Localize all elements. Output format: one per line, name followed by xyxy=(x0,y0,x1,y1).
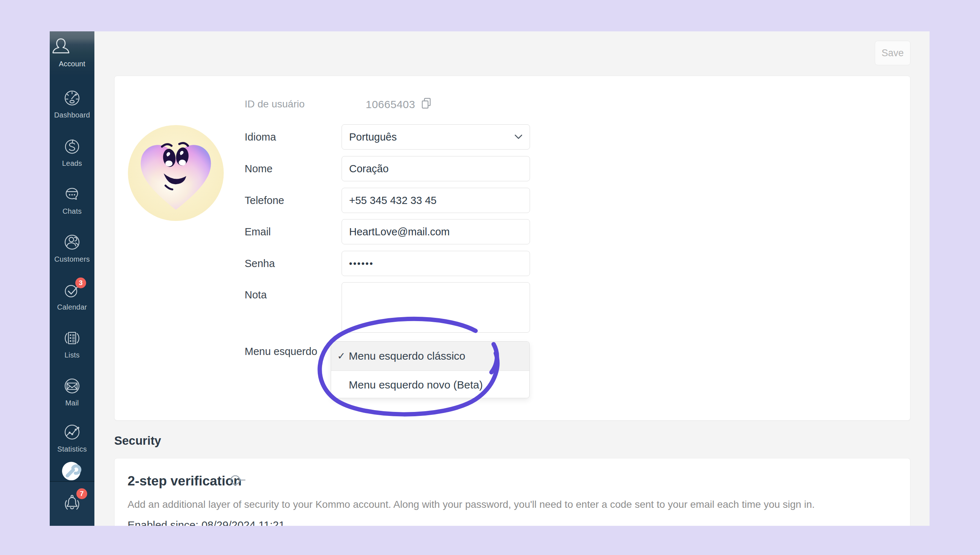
telefone-label: Telefone xyxy=(245,195,284,207)
idioma-select[interactable]: Português xyxy=(341,124,530,149)
chevron-down-icon xyxy=(514,135,522,140)
sidebar-item-account[interactable]: Account xyxy=(50,31,94,75)
calendar-icon: 3 xyxy=(62,281,82,300)
sidebar: Account Dashboard xyxy=(50,31,94,526)
two-step-toggle[interactable] xyxy=(230,474,249,486)
user-id-label: ID de usuário xyxy=(245,98,305,110)
sidebar-item-label: Statistics xyxy=(50,445,94,453)
dropdown-option-label: Menu esquerdo novo (Beta) xyxy=(349,379,483,391)
sidebar-item-label: Chats xyxy=(50,207,94,215)
sidebar-item-label: Lists xyxy=(50,351,94,359)
sidebar-item-customers[interactable]: Customers xyxy=(50,233,94,264)
dashboard-icon xyxy=(62,88,82,108)
menu-esquerdo-dropdown: ✓ Menu esquerdo clássico Menu esquerdo n… xyxy=(331,341,530,398)
calendar-badge: 3 xyxy=(75,278,86,288)
mail-icon xyxy=(62,376,82,396)
two-step-card: 2-step verification Add an additional la… xyxy=(114,458,911,526)
menu-esquerdo-label: Menu esquerdo xyxy=(245,346,317,358)
sidebar-item-label: Leads xyxy=(50,159,94,168)
sidebar-item-label: Calendar xyxy=(50,303,94,311)
sidebar-item-statistics[interactable]: Statistics xyxy=(50,422,94,454)
security-heading: Security xyxy=(114,434,161,448)
customers-icon xyxy=(62,233,82,252)
nota-label: Nota xyxy=(245,289,267,301)
account-icon xyxy=(50,36,72,58)
sidebar-item-calendar[interactable]: 3 Calendar xyxy=(50,281,94,312)
senha-label: Senha xyxy=(245,258,275,269)
sidebar-item-leads[interactable]: Leads xyxy=(50,136,94,168)
telefone-input[interactable] xyxy=(341,188,530,213)
two-step-description: Add an additional layer of security to y… xyxy=(128,499,884,510)
nome-input[interactable] xyxy=(341,156,530,181)
leads-icon xyxy=(62,136,82,156)
sidebar-item-chats[interactable]: Chats xyxy=(50,184,94,216)
sidebar-item-mail[interactable]: Mail xyxy=(50,376,94,408)
sidebar-bottom-section: 7 xyxy=(50,482,94,526)
notifications-badge: 7 xyxy=(76,488,87,499)
app-window: Account Dashboard xyxy=(50,31,930,526)
chats-icon xyxy=(62,184,82,204)
sidebar-item-notifications[interactable]: 7 xyxy=(62,492,82,513)
dropdown-option-novo-beta[interactable]: Menu esquerdo novo (Beta) xyxy=(331,371,529,398)
wrench-icon xyxy=(61,459,83,481)
sidebar-item-dashboard[interactable]: Dashboard xyxy=(50,88,94,120)
check-icon: ✓ xyxy=(337,350,349,362)
email-label: Email xyxy=(245,226,271,238)
idioma-value: Português xyxy=(349,131,397,143)
bell-icon: 7 xyxy=(62,492,82,512)
email-input[interactable] xyxy=(341,219,530,244)
user-id-value: 10665403 xyxy=(366,98,415,111)
sidebar-item-label: Account xyxy=(50,60,94,68)
nome-label: Nome xyxy=(245,163,272,175)
sidebar-item-lists[interactable]: Lists xyxy=(50,328,94,360)
heart-avatar-image xyxy=(133,132,219,214)
two-step-enabled-since: Enabled since: 08/29/2024 11:21 xyxy=(128,519,285,526)
statistics-icon xyxy=(62,422,82,442)
copy-icon[interactable] xyxy=(421,97,433,111)
sidebar-item-label: Customers xyxy=(50,255,94,263)
sidebar-item-settings[interactable] xyxy=(50,459,94,481)
lists-icon xyxy=(62,328,82,348)
sidebar-item-label: Mail xyxy=(50,399,94,407)
sidebar-item-label: Dashboard xyxy=(50,111,94,119)
two-step-title: 2-step verification xyxy=(128,473,242,489)
dropdown-option-label: Menu esquerdo clássico xyxy=(349,350,466,362)
senha-input[interactable] xyxy=(341,251,530,276)
avatar[interactable] xyxy=(128,125,224,221)
idioma-label: Idioma xyxy=(245,131,276,143)
save-button[interactable]: Save xyxy=(875,41,911,65)
page: Account Dashboard xyxy=(0,0,980,555)
dropdown-option-classico[interactable]: ✓ Menu esquerdo clássico xyxy=(331,342,529,371)
nota-textarea[interactable] xyxy=(341,282,530,333)
